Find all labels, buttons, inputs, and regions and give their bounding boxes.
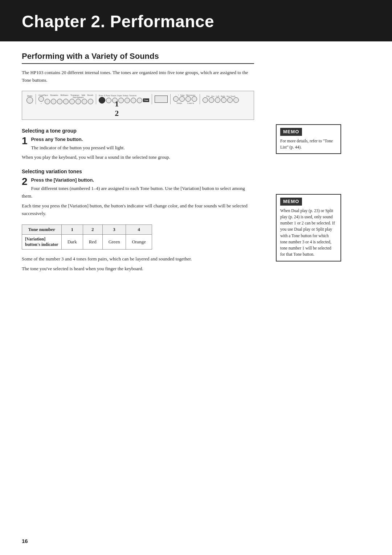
panel-divider-1: [36, 94, 36, 104]
tone-group-title: Selecting a tone group: [22, 128, 254, 134]
step1-desc2: When you play the keyboard, you will hea…: [22, 154, 254, 161]
table-cell-green: Green: [102, 235, 126, 250]
intro-text: The HP103 contains 20 different internal…: [22, 69, 254, 84]
step2-desc1: Four different tones (numbered 1–4) are …: [22, 185, 254, 200]
memo-text-1: For more details, refer to "Tone List" (…: [280, 138, 337, 151]
main-content: Performing with a Variety of Sounds The …: [0, 41, 272, 289]
panel-tone-piano-btn: [99, 97, 105, 104]
table-cell-red: Red: [83, 235, 102, 250]
panel-divider-2: [96, 94, 96, 104]
step1-instruction: Press any Tone button.: [31, 137, 254, 142]
memo-box-1: MEMO For more details, refer to "Tone Li…: [276, 124, 341, 154]
variation-table: Tone number 1 2 3 4 [Variation]button's …: [22, 224, 152, 250]
panel-diagram: Demo Grand/Spce Dynamics Brilliance Tran…: [22, 91, 254, 120]
table-row-label: [Variation]button's indicator: [22, 235, 62, 250]
memo-label-2: MEMO: [280, 198, 302, 206]
table-cell-orange: Orange: [126, 235, 152, 250]
content-wrapper: Performing with a Variety of Sounds The …: [0, 41, 392, 289]
step1-desc1: The indicator of the button you pressed …: [22, 144, 254, 152]
panel-group-controls: Grand/Spce Dynamics Brilliance Transpose…: [38, 94, 93, 104]
step2-number: 2: [22, 177, 28, 187]
footer-text2: The tone you've selected is heard when y…: [22, 265, 254, 273]
variation-title: Selecting variation tones: [22, 169, 254, 174]
step2-desc2: Each time you press the [Variation] butt…: [22, 202, 254, 218]
panel-demo-btn: [26, 97, 33, 104]
table-row: [Variation]button's indicator Dark Red G…: [22, 235, 152, 250]
chapter-title: Chapter 2. Performance: [22, 12, 370, 31]
step1-block: 1 Press any Tone button. The indicator o…: [22, 137, 254, 164]
panel-group-demo: Demo: [26, 95, 33, 104]
table-header-1: 1: [61, 225, 83, 235]
panel-numbers: 1 2: [115, 99, 230, 118]
memo-box-2: MEMO When Dual play (p. 23) or Split pla…: [276, 194, 341, 262]
section-heading: Performing with a Variety of Sounds: [22, 52, 254, 64]
memo-text-2: When Dual play (p. 23) or Split play (p.…: [280, 208, 337, 258]
memo-label-1: MEMO: [280, 128, 302, 136]
footer-text1: Some of the number 3 and 4 tones form pa…: [22, 255, 254, 263]
step2-instruction: Press the [Variation] button.: [31, 177, 254, 183]
step2-block: 2 Press the [Variation] button. Four dif…: [22, 177, 254, 219]
sidebar: MEMO For more details, refer to "Tone Li…: [272, 41, 348, 289]
table-header-4: 4: [126, 225, 152, 235]
table-header-3: 3: [102, 225, 126, 235]
chapter-header: Chapter 2. Performance: [0, 0, 392, 41]
table-header-2: 2: [83, 225, 102, 235]
page-number: 16: [22, 538, 28, 544]
table-header-0: Tone number: [22, 225, 62, 235]
table-cell-dark: Dark: [61, 235, 83, 250]
page: Chapter 2. Performance Performing with a…: [0, 0, 392, 555]
step1-number: 1: [22, 136, 28, 146]
